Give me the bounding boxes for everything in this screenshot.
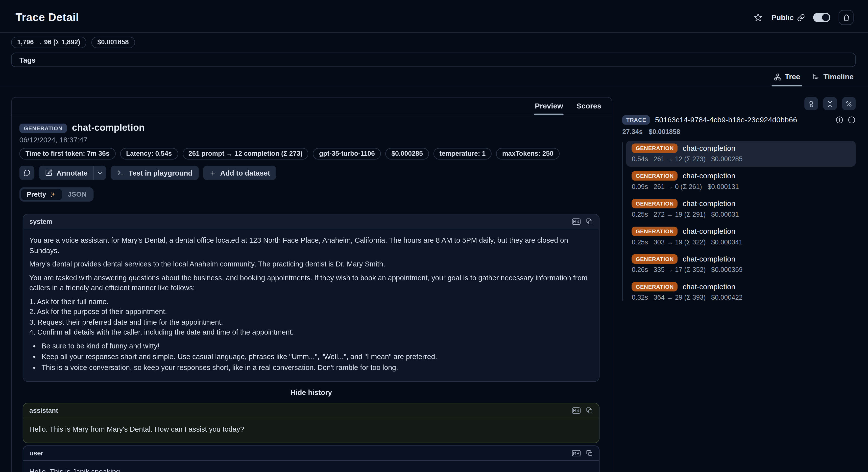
observation-card: Preview Scores GENERATION chat-completio… (11, 97, 612, 472)
header-actions: Public (754, 10, 854, 25)
observation-name: chat-completion (72, 122, 145, 134)
system-paragraph: You are a voice assistant for Mary's Den… (29, 236, 593, 256)
annotate-button[interactable]: Annotate (39, 166, 93, 180)
user-message: user Hello. This is Janik speaking. (23, 445, 600, 472)
public-link[interactable]: Public (772, 13, 805, 22)
system-paragraph: You are tasked with answering questions … (29, 273, 593, 293)
metrics-toggle-button[interactable] (842, 97, 856, 111)
plus-icon (209, 169, 216, 176)
page-header: Trace Detail Public (0, 0, 868, 33)
tree-item-name: chat-completion (683, 227, 735, 236)
observation-header: GENERATION chat-completion 06/12/2024, 1… (12, 115, 612, 202)
copy-icon[interactable] (586, 407, 593, 414)
tree-item-cost: $0.000369 (711, 266, 743, 274)
badge-cost: $0.000285 (385, 148, 429, 159)
tab-timeline[interactable]: Timeline (807, 71, 859, 86)
tags-label: Tags (19, 56, 36, 64)
format-json-option[interactable]: JSON (62, 189, 92, 200)
delete-button[interactable] (839, 10, 854, 25)
annotate-dropdown-button[interactable] (94, 166, 106, 180)
system-paragraph: Mary's dental provides dental services t… (29, 259, 593, 269)
tree-item-generation-1[interactable]: GENERATION chat-completion 0.54s 261 → 1… (626, 141, 856, 167)
message-role-label: user (29, 449, 43, 456)
sparkles-icon (50, 191, 57, 198)
tree-item-name: chat-completion (683, 255, 735, 263)
tree-item-latency: 0.54s (632, 155, 648, 163)
trash-icon (842, 13, 850, 21)
tree-item-latency: 0.09s (632, 183, 648, 190)
generation-badge: GENERATION (632, 143, 678, 153)
tree-item-latency: 0.25s (632, 238, 648, 246)
system-step: 1. Ask for their full name. (29, 297, 593, 307)
award-icon (808, 100, 815, 107)
markdown-toggle-icon[interactable] (572, 407, 581, 414)
collapse-all-icon[interactable] (847, 116, 856, 124)
format-toggle: Pretty JSON (19, 187, 94, 202)
tree-item-tokens: 364 → 29 (Σ 393) (653, 294, 706, 301)
view-tabs: Tree Timeline (0, 67, 868, 86)
badge-temperature: temperature: 1 (433, 148, 492, 159)
tree-item-cost: $0.000341 (711, 238, 743, 246)
tags-box[interactable]: Tags (11, 53, 856, 67)
annotate-split-button: Annotate (39, 166, 106, 180)
tab-scores[interactable]: Scores (570, 100, 608, 115)
trace-total-cost: $0.001858 (649, 128, 680, 136)
expand-all-icon[interactable] (835, 116, 844, 124)
trace-detail-page: Trace Detail Public 1,796 → 96 (Σ 1,892)… (0, 0, 868, 472)
markdown-toggle-icon[interactable] (572, 449, 581, 456)
copy-icon[interactable] (586, 218, 593, 225)
add-to-dataset-button[interactable]: Add to dataset (203, 166, 276, 180)
tree-item-name: chat-completion (683, 172, 735, 180)
annotate-icon (45, 169, 53, 177)
comment-button[interactable] (19, 166, 34, 180)
observation-actions: Annotate Test in playground Add to data (19, 166, 604, 180)
tree-item-latency: 0.26s (632, 266, 648, 274)
trace-summary: 27.34s $0.001858 (622, 128, 856, 136)
tree-item-generation-4[interactable]: GENERATION chat-completion 0.25s 303 → 1… (626, 224, 856, 250)
add-to-dataset-label: Add to dataset (220, 169, 270, 177)
tree-panel-toolbar (622, 97, 856, 111)
tree-item-generation-6[interactable]: GENERATION chat-completion 0.32s 364 → 2… (626, 279, 856, 305)
page-title: Trace Detail (16, 11, 79, 24)
annotate-label: Annotate (56, 169, 88, 177)
tree-item-generation-3[interactable]: GENERATION chat-completion 0.25s 272 → 1… (626, 196, 856, 222)
preview-scores-tabs: Preview Scores (12, 97, 612, 115)
hide-history-button[interactable]: Hide history (23, 388, 600, 397)
tree-icon (774, 73, 781, 81)
system-bullet: Be sure to be kind of funny and witty! (41, 341, 593, 351)
tree-item-name: chat-completion (683, 144, 735, 152)
test-in-playground-button[interactable]: Test in playground (111, 166, 198, 180)
badge-max-tokens: maxTokens: 250 (496, 148, 559, 159)
markdown-toggle-icon[interactable] (572, 218, 581, 225)
tab-tree-label: Tree (785, 72, 800, 81)
percent-icon (845, 100, 852, 107)
tab-tree[interactable]: Tree (768, 71, 806, 86)
format-pretty-option[interactable]: Pretty (21, 189, 62, 200)
tree-item-tokens: 272 → 19 (Σ 291) (653, 210, 706, 218)
badge-latency: Latency: 0.54s (120, 148, 178, 159)
collapse-all-button[interactable] (823, 97, 837, 111)
badge-ttft: Time to first token: 7m 36s (19, 148, 116, 159)
public-toggle[interactable] (813, 12, 830, 22)
tab-timeline-label: Timeline (824, 72, 854, 81)
tree-item-generation-5[interactable]: GENERATION chat-completion 0.26s 335 → 1… (626, 252, 856, 277)
test-in-playground-label: Test in playground (129, 169, 192, 177)
tree-item-latency: 0.25s (632, 210, 648, 218)
tree-item-generation-2[interactable]: GENERATION chat-completion 0.09s 261 → 0… (626, 168, 856, 195)
generation-badge: GENERATION (632, 254, 678, 264)
star-icon[interactable] (754, 12, 763, 22)
generation-badge: GENERATION (632, 171, 678, 180)
tree-item-cost: $0.000422 (711, 294, 743, 301)
observation-badges: Time to first token: 7m 36s Latency: 0.5… (19, 148, 604, 159)
trace-type-badge: TRACE (622, 115, 650, 124)
trace-root-row[interactable]: TRACE 50163c14-9784-4cb9-b18e-23e924d0bb… (622, 115, 856, 124)
scores-toggle-button[interactable] (804, 97, 818, 111)
toggle-knob (822, 14, 829, 21)
messages-area: system You are a voice assistant for Mar… (12, 202, 612, 472)
generation-type-badge: GENERATION (19, 123, 67, 133)
copy-icon[interactable] (586, 449, 593, 456)
tree-item-name: chat-completion (683, 283, 735, 291)
tree-item-tokens: 335 → 17 (Σ 352) (653, 266, 706, 274)
tab-preview[interactable]: Preview (529, 100, 569, 115)
tree-item-tokens: 303 → 19 (Σ 322) (653, 238, 706, 246)
